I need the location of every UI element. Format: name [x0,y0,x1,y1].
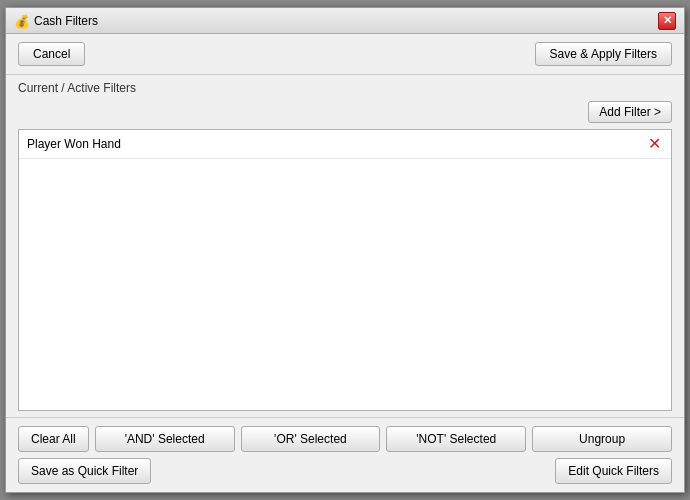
save-apply-button[interactable]: Save & Apply Filters [535,42,672,66]
save-quick-filter-button[interactable]: Save as Quick Filter [18,458,151,484]
cash-filters-window: 💰 Cash Filters ✕ Cancel Save & Apply Fil… [5,7,685,493]
toolbar: Cancel Save & Apply Filters [6,34,684,75]
add-filter-button[interactable]: Add Filter > [588,101,672,123]
title-bar-left: 💰 Cash Filters [14,14,98,28]
section-label: Current / Active Filters [18,81,672,95]
or-selected-button[interactable]: 'OR' Selected [241,426,381,452]
bottom-row-2: Save as Quick Filter Edit Quick Filters [18,458,672,484]
and-selected-button[interactable]: 'AND' Selected [95,426,235,452]
add-filter-row: Add Filter > [18,101,672,123]
filter-list: Player Won Hand ✕ [18,129,672,411]
window-icon: 💰 [14,14,28,28]
ungroup-button[interactable]: Ungroup [532,426,672,452]
title-bar: 💰 Cash Filters ✕ [6,8,684,34]
content-area: Current / Active Filters Add Filter > Pl… [6,75,684,417]
filter-remove-button[interactable]: ✕ [646,136,663,152]
filter-item-text: Player Won Hand [27,137,121,151]
not-selected-button[interactable]: 'NOT' Selected [386,426,526,452]
filter-item: Player Won Hand ✕ [19,130,671,159]
window-close-button[interactable]: ✕ [658,12,676,30]
edit-quick-filters-button[interactable]: Edit Quick Filters [555,458,672,484]
bottom-bar: Clear All 'AND' Selected 'OR' Selected '… [6,417,684,492]
bottom-row-1: Clear All 'AND' Selected 'OR' Selected '… [18,426,672,452]
cancel-button[interactable]: Cancel [18,42,85,66]
window-title: Cash Filters [34,14,98,28]
clear-all-button[interactable]: Clear All [18,426,89,452]
